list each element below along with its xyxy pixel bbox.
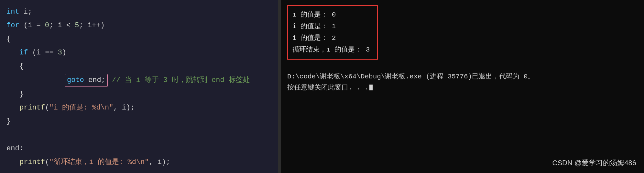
cursor (369, 85, 373, 90)
panel-divider (278, 0, 281, 173)
func-printf-2: printf (19, 156, 45, 168)
code-line-blank (0, 128, 278, 142)
code-line-1: int i; (0, 5, 278, 19)
code-line-6: goto end; // 当 i 等于 3 时，跳转到 end 标签处 (0, 73, 278, 87)
code-panel: int i; for (i = 0 ; i < 5 ; i++) { if (i… (0, 0, 278, 173)
keyword-if: if (19, 47, 28, 59)
code-line-9: } (0, 115, 278, 128)
output-line-4: 循环结束，i 的值是： 3 (292, 44, 373, 56)
code-line-8: printf ( "i 的值是: %d\n" , i); (0, 101, 278, 115)
keyword-for: for (6, 19, 19, 32)
output-box: i 的值是： 0 i 的值是： 1 i 的值是： 2 循环结束，i 的值是： 3 (287, 5, 378, 60)
keyword-int: int (6, 6, 19, 18)
func-printf: printf (19, 102, 45, 114)
exit-line-2: 按任意键关闭此窗口. . . (287, 82, 638, 93)
code-line-12: printf ( "循环结束，i 的值是: %d\n" , i); (0, 156, 278, 169)
goto-box: goto end; (65, 74, 108, 87)
output-line-3: i 的值是： 2 (292, 32, 373, 44)
code-line-3: { (0, 32, 278, 46)
watermark: CSDN @爱学习的汤姆486 (552, 158, 637, 168)
code-line-4: if (i == 3 ) (0, 46, 278, 60)
keyword-goto: goto (67, 74, 84, 86)
label-end: end: (6, 143, 24, 155)
output-line-1: i 的值是： 0 (292, 9, 373, 21)
exit-line-1: D:\code\谢老板\x64\Debug\谢老板.exe (进程 35776)… (287, 71, 638, 82)
code-line-5: { (0, 60, 278, 73)
output-line-2: i 的值是： 1 (292, 21, 373, 32)
code-line-2: for (i = 0 ; i < 5 ; i++) (0, 19, 278, 32)
code-line-7: } (0, 87, 278, 101)
terminal-panel: i 的值是： 0 i 的值是： 1 i 的值是： 2 循环结束，i 的值是： 3… (281, 0, 644, 173)
code-line-11: end: (0, 142, 278, 156)
